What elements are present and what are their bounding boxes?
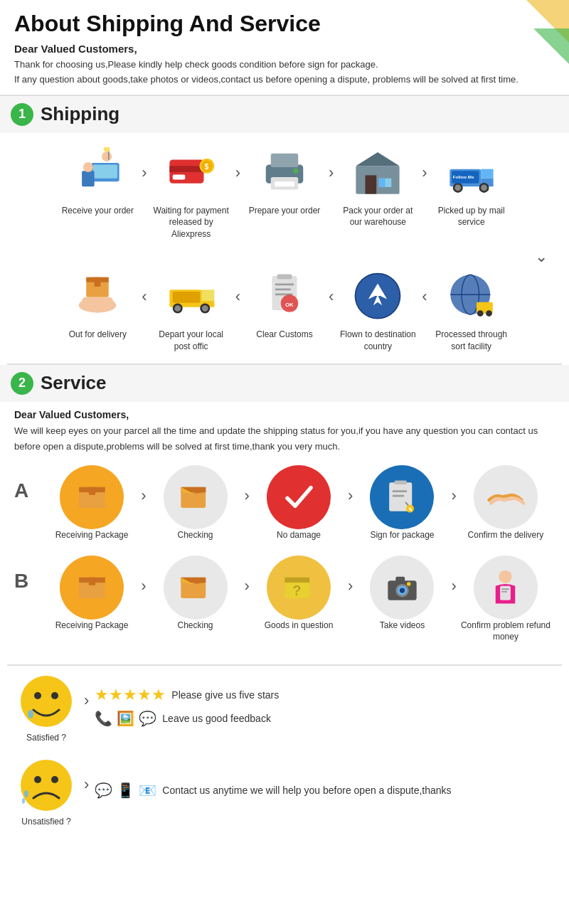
service-b-label-1: Receiving Package — [55, 620, 129, 632]
shipping-step-delivery: Out for delivery — [55, 267, 140, 341]
shipping-step-flown: Flown to destination country — [335, 267, 420, 353]
arrow-r1: ‹ — [142, 267, 147, 306]
svg-text:?: ? — [292, 583, 301, 598]
satisfied-content: ★ ★ ★ ★ ★ Please give us five stars 📞 🖼️… — [95, 686, 555, 730]
service-dear: Dear Valued Customers, — [14, 409, 555, 420]
svg-point-103 — [51, 776, 58, 783]
arrow-2: › — [235, 144, 240, 182]
svg-point-98 — [34, 692, 41, 699]
email-icon: 📧 — [139, 782, 156, 799]
shipping-flow-section: Receive your order › $ Waiting for payme… — [0, 133, 569, 363]
pickup-icon: Follow Me — [443, 144, 500, 201]
unsatisfied-icon — [18, 757, 75, 814]
service-a-icon-4: ✎ — [370, 465, 434, 529]
arrow-r2: ‹ — [235, 267, 240, 306]
shipping-step-payment: $ Waiting for payment released by Aliexp… — [149, 144, 234, 240]
delivery-icon — [69, 267, 126, 324]
shipping-section-number: 1 — [11, 103, 33, 126]
svg-rect-46 — [277, 274, 292, 279]
unsatisfied-icon-wrapper: Unsatisfied ? — [14, 757, 78, 827]
svg-point-17 — [293, 168, 298, 173]
shipping-row-1: Receive your order › $ Waiting for payme… — [7, 144, 562, 240]
svg-point-102 — [34, 776, 41, 783]
svg-rect-56 — [372, 293, 385, 296]
shipping-step-pack: Pack your order at our warehouse — [335, 144, 420, 229]
svg-point-61 — [477, 310, 484, 317]
svg-rect-20 — [366, 175, 377, 193]
svg-rect-47 — [275, 283, 294, 285]
service-a-icon-3 — [267, 465, 331, 529]
svg-rect-88 — [395, 577, 405, 582]
service-a-label-5: Confirm the delivery — [468, 529, 544, 541]
receive-icon — [69, 144, 126, 201]
svg-point-0 — [102, 152, 112, 161]
bubble-icon: 💬 — [95, 782, 112, 799]
service-b-step-4: Take videos — [353, 556, 451, 632]
stars-row: ★ ★ ★ ★ ★ Please give us five stars — [95, 686, 555, 704]
svg-rect-72 — [393, 491, 407, 493]
pack-icon — [349, 144, 406, 201]
svg-point-62 — [486, 310, 492, 317]
shipping-step-prepare: Prepare your order — [242, 144, 327, 217]
service-row-a-label: A — [14, 479, 36, 502]
service-b-arrow-2: › — [245, 556, 250, 595]
shipping-step-customs: OK Clear Customs — [242, 267, 327, 341]
service-a-label-3: No damage — [277, 529, 321, 541]
svg-text:$: $ — [204, 161, 208, 170]
customs-icon: OK — [256, 267, 313, 324]
photo-icon: 🖼️ — [117, 710, 134, 727]
svg-point-93 — [499, 570, 512, 583]
contact-icons: 💬 📱 📧 — [95, 782, 156, 799]
service-row-a: A Receiving Package › — [14, 465, 555, 541]
service-a-label-4: Sign for package — [370, 529, 434, 541]
shipping-section-header: 1 Shipping — [0, 96, 569, 133]
service-b-icon-2 — [164, 556, 228, 620]
deco-triangle-green — [533, 28, 569, 64]
service-b-label-3: Goods in question — [265, 620, 334, 632]
shipping-step-pickup: Follow Me Picked up by mail service — [429, 144, 514, 229]
phone-icon: 📞 — [95, 710, 112, 727]
svg-rect-94 — [501, 586, 511, 600]
flown-label: Flown to destination country — [339, 329, 417, 353]
svg-rect-18 — [356, 166, 400, 193]
service-b-step-5: Confirm problem refund money — [457, 556, 555, 644]
shipping-row-2: Out for delivery ‹ Depart your local pos… — [7, 267, 562, 353]
feedback-row: 📞 🖼️ 💬 Leave us good feedback — [95, 710, 555, 727]
unsatisfied-content: 💬 📱 📧 Contact us anytime we will help yo… — [95, 782, 555, 802]
svg-point-105 — [22, 798, 25, 804]
service-row-b-label: B — [14, 570, 36, 593]
service-b-icon-3: ? — [267, 556, 331, 620]
satisfied-icon — [18, 673, 75, 730]
chat-icon: 💬 — [139, 710, 156, 727]
service-a-arrow-1: › — [141, 465, 146, 505]
header-desc1: Thank for choosing us,Please kindly help… — [14, 58, 555, 73]
service-a-arrow-3: › — [348, 465, 353, 505]
contact-row: 💬 📱 📧 Contact us anytime we will help yo… — [95, 782, 555, 799]
svg-point-104 — [24, 790, 28, 797]
give-stars-text: Please give us five stars — [171, 689, 279, 701]
shipping-section-title: Shipping — [41, 103, 119, 125]
star-1: ★ — [95, 686, 109, 704]
svg-point-97 — [21, 676, 72, 727]
svg-marker-19 — [356, 152, 400, 166]
unsatisfied-label: Unsatisfied ? — [21, 817, 70, 827]
service-section-header: 2 Service — [0, 365, 569, 402]
sort-label: Processed through sort facility — [432, 329, 511, 353]
service-section: Dear Valued Customers, We will keep eyes… — [0, 402, 569, 665]
svg-point-29 — [481, 184, 487, 191]
svg-rect-2 — [93, 164, 117, 178]
shipping-step-sort: Processed through sort facility — [429, 267, 514, 353]
svg-rect-73 — [393, 495, 405, 497]
service-desc: We will keep eyes on your parcel all the… — [14, 423, 555, 455]
svg-text:✎: ✎ — [408, 506, 413, 513]
header-dear: Dear Valued Customers, — [14, 43, 555, 55]
service-b-icon-5 — [474, 556, 538, 620]
satisfaction-section: Satisfied ? › ★ ★ ★ ★ ★ Please give us f… — [0, 666, 569, 855]
service-b-label-4: Take videos — [380, 620, 425, 632]
star-3: ★ — [123, 686, 137, 704]
satisfied-label: Satisfied ? — [26, 733, 66, 743]
service-b-icon-1 — [60, 556, 124, 620]
satisfied-icon-wrapper: Satisfied ? — [14, 673, 78, 743]
feedback-icons: 📞 🖼️ 💬 — [95, 710, 156, 727]
sort-icon — [443, 267, 500, 324]
